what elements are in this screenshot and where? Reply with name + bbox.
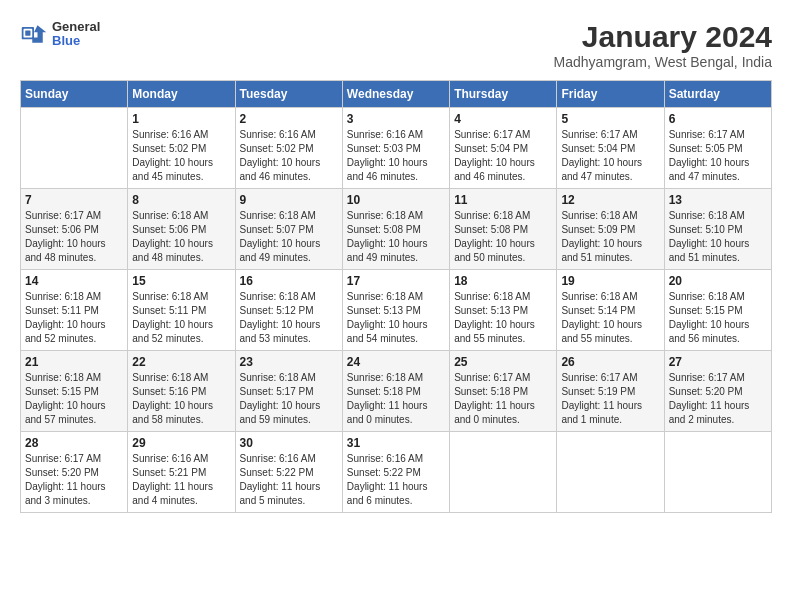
- day-info: Sunrise: 6:17 AMSunset: 5:04 PMDaylight:…: [454, 128, 552, 184]
- day-number: 20: [669, 274, 767, 288]
- day-info: Sunrise: 6:18 AMSunset: 5:06 PMDaylight:…: [132, 209, 230, 265]
- day-info: Sunrise: 6:16 AMSunset: 5:02 PMDaylight:…: [132, 128, 230, 184]
- day-info: Sunrise: 6:17 AMSunset: 5:04 PMDaylight:…: [561, 128, 659, 184]
- day-number: 28: [25, 436, 123, 450]
- day-number: 15: [132, 274, 230, 288]
- day-number: 6: [669, 112, 767, 126]
- calendar-week-row: 7Sunrise: 6:17 AMSunset: 5:06 PMDaylight…: [21, 189, 772, 270]
- day-info: Sunrise: 6:16 AMSunset: 5:03 PMDaylight:…: [347, 128, 445, 184]
- calendar-cell: 27Sunrise: 6:17 AMSunset: 5:20 PMDayligh…: [664, 351, 771, 432]
- day-number: 25: [454, 355, 552, 369]
- calendar-cell: 15Sunrise: 6:18 AMSunset: 5:11 PMDayligh…: [128, 270, 235, 351]
- day-info: Sunrise: 6:18 AMSunset: 5:13 PMDaylight:…: [454, 290, 552, 346]
- day-number: 21: [25, 355, 123, 369]
- day-info: Sunrise: 6:18 AMSunset: 5:17 PMDaylight:…: [240, 371, 338, 427]
- calendar-cell: 13Sunrise: 6:18 AMSunset: 5:10 PMDayligh…: [664, 189, 771, 270]
- calendar-cell: [450, 432, 557, 513]
- calendar-cell: 30Sunrise: 6:16 AMSunset: 5:22 PMDayligh…: [235, 432, 342, 513]
- day-info: Sunrise: 6:18 AMSunset: 5:07 PMDaylight:…: [240, 209, 338, 265]
- page-subtitle: Madhyamgram, West Bengal, India: [554, 54, 772, 70]
- day-number: 13: [669, 193, 767, 207]
- calendar-cell: 1Sunrise: 6:16 AMSunset: 5:02 PMDaylight…: [128, 108, 235, 189]
- calendar-cell: [557, 432, 664, 513]
- day-number: 29: [132, 436, 230, 450]
- logo: General Blue: [20, 20, 100, 49]
- day-number: 2: [240, 112, 338, 126]
- calendar-cell: 23Sunrise: 6:18 AMSunset: 5:17 PMDayligh…: [235, 351, 342, 432]
- day-number: 19: [561, 274, 659, 288]
- day-info: Sunrise: 6:18 AMSunset: 5:16 PMDaylight:…: [132, 371, 230, 427]
- logo-blue-text: Blue: [52, 34, 100, 48]
- column-header-saturday: Saturday: [664, 81, 771, 108]
- calendar-cell: 14Sunrise: 6:18 AMSunset: 5:11 PMDayligh…: [21, 270, 128, 351]
- title-block: January 2024 Madhyamgram, West Bengal, I…: [554, 20, 772, 70]
- calendar-cell: [664, 432, 771, 513]
- day-number: 31: [347, 436, 445, 450]
- day-number: 26: [561, 355, 659, 369]
- day-number: 7: [25, 193, 123, 207]
- calendar-table: SundayMondayTuesdayWednesdayThursdayFrid…: [20, 80, 772, 513]
- day-info: Sunrise: 6:18 AMSunset: 5:15 PMDaylight:…: [25, 371, 123, 427]
- calendar-cell: [21, 108, 128, 189]
- day-number: 24: [347, 355, 445, 369]
- calendar-cell: 26Sunrise: 6:17 AMSunset: 5:19 PMDayligh…: [557, 351, 664, 432]
- day-info: Sunrise: 6:18 AMSunset: 5:11 PMDaylight:…: [132, 290, 230, 346]
- day-info: Sunrise: 6:17 AMSunset: 5:20 PMDaylight:…: [25, 452, 123, 508]
- day-number: 16: [240, 274, 338, 288]
- calendar-cell: 18Sunrise: 6:18 AMSunset: 5:13 PMDayligh…: [450, 270, 557, 351]
- calendar-cell: 24Sunrise: 6:18 AMSunset: 5:18 PMDayligh…: [342, 351, 449, 432]
- day-number: 5: [561, 112, 659, 126]
- calendar-cell: 5Sunrise: 6:17 AMSunset: 5:04 PMDaylight…: [557, 108, 664, 189]
- calendar-cell: 3Sunrise: 6:16 AMSunset: 5:03 PMDaylight…: [342, 108, 449, 189]
- day-info: Sunrise: 6:16 AMSunset: 5:22 PMDaylight:…: [347, 452, 445, 508]
- day-number: 4: [454, 112, 552, 126]
- calendar-cell: 28Sunrise: 6:17 AMSunset: 5:20 PMDayligh…: [21, 432, 128, 513]
- calendar-cell: 8Sunrise: 6:18 AMSunset: 5:06 PMDaylight…: [128, 189, 235, 270]
- page-header: General Blue January 2024 Madhyamgram, W…: [20, 20, 772, 70]
- column-header-wednesday: Wednesday: [342, 81, 449, 108]
- day-info: Sunrise: 6:18 AMSunset: 5:12 PMDaylight:…: [240, 290, 338, 346]
- day-info: Sunrise: 6:18 AMSunset: 5:11 PMDaylight:…: [25, 290, 123, 346]
- day-info: Sunrise: 6:16 AMSunset: 5:02 PMDaylight:…: [240, 128, 338, 184]
- calendar-cell: 20Sunrise: 6:18 AMSunset: 5:15 PMDayligh…: [664, 270, 771, 351]
- calendar-week-row: 14Sunrise: 6:18 AMSunset: 5:11 PMDayligh…: [21, 270, 772, 351]
- calendar-cell: 22Sunrise: 6:18 AMSunset: 5:16 PMDayligh…: [128, 351, 235, 432]
- day-info: Sunrise: 6:17 AMSunset: 5:20 PMDaylight:…: [669, 371, 767, 427]
- day-number: 10: [347, 193, 445, 207]
- column-header-thursday: Thursday: [450, 81, 557, 108]
- calendar-header-row: SundayMondayTuesdayWednesdayThursdayFrid…: [21, 81, 772, 108]
- column-header-monday: Monday: [128, 81, 235, 108]
- calendar-cell: 6Sunrise: 6:17 AMSunset: 5:05 PMDaylight…: [664, 108, 771, 189]
- calendar-cell: 16Sunrise: 6:18 AMSunset: 5:12 PMDayligh…: [235, 270, 342, 351]
- day-number: 3: [347, 112, 445, 126]
- svg-rect-4: [25, 31, 30, 36]
- day-info: Sunrise: 6:18 AMSunset: 5:15 PMDaylight:…: [669, 290, 767, 346]
- logo-icon: [20, 20, 48, 48]
- day-info: Sunrise: 6:17 AMSunset: 5:05 PMDaylight:…: [669, 128, 767, 184]
- logo-text: General Blue: [52, 20, 100, 49]
- day-info: Sunrise: 6:16 AMSunset: 5:21 PMDaylight:…: [132, 452, 230, 508]
- day-number: 27: [669, 355, 767, 369]
- day-number: 17: [347, 274, 445, 288]
- calendar-cell: 31Sunrise: 6:16 AMSunset: 5:22 PMDayligh…: [342, 432, 449, 513]
- day-info: Sunrise: 6:18 AMSunset: 5:14 PMDaylight:…: [561, 290, 659, 346]
- svg-marker-1: [32, 26, 46, 44]
- day-number: 11: [454, 193, 552, 207]
- column-header-friday: Friday: [557, 81, 664, 108]
- calendar-week-row: 21Sunrise: 6:18 AMSunset: 5:15 PMDayligh…: [21, 351, 772, 432]
- day-number: 30: [240, 436, 338, 450]
- day-info: Sunrise: 6:16 AMSunset: 5:22 PMDaylight:…: [240, 452, 338, 508]
- calendar-cell: 21Sunrise: 6:18 AMSunset: 5:15 PMDayligh…: [21, 351, 128, 432]
- calendar-week-row: 1Sunrise: 6:16 AMSunset: 5:02 PMDaylight…: [21, 108, 772, 189]
- column-header-tuesday: Tuesday: [235, 81, 342, 108]
- calendar-cell: 10Sunrise: 6:18 AMSunset: 5:08 PMDayligh…: [342, 189, 449, 270]
- calendar-cell: 12Sunrise: 6:18 AMSunset: 5:09 PMDayligh…: [557, 189, 664, 270]
- calendar-cell: 9Sunrise: 6:18 AMSunset: 5:07 PMDaylight…: [235, 189, 342, 270]
- day-info: Sunrise: 6:18 AMSunset: 5:18 PMDaylight:…: [347, 371, 445, 427]
- day-number: 23: [240, 355, 338, 369]
- calendar-cell: 7Sunrise: 6:17 AMSunset: 5:06 PMDaylight…: [21, 189, 128, 270]
- column-header-sunday: Sunday: [21, 81, 128, 108]
- calendar-cell: 11Sunrise: 6:18 AMSunset: 5:08 PMDayligh…: [450, 189, 557, 270]
- day-number: 9: [240, 193, 338, 207]
- calendar-cell: 17Sunrise: 6:18 AMSunset: 5:13 PMDayligh…: [342, 270, 449, 351]
